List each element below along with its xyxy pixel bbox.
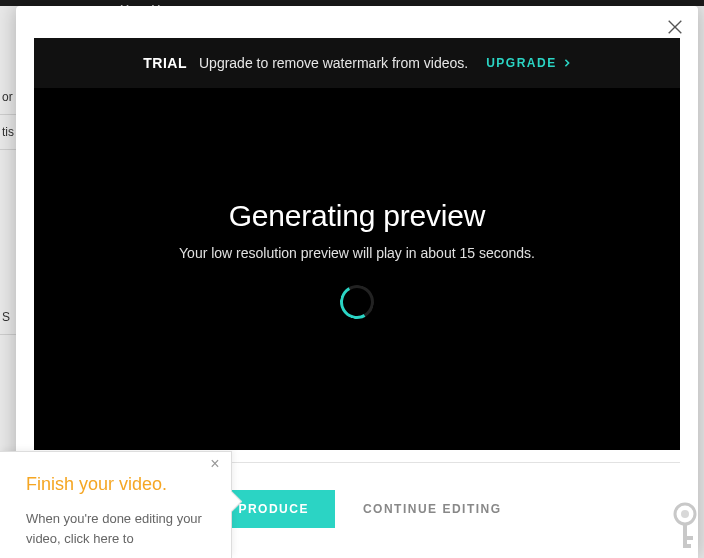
trial-label: TRIAL (143, 55, 187, 71)
close-modal-button[interactable] (664, 16, 686, 38)
upgrade-link-label: UPGRADE (486, 56, 557, 70)
close-icon (666, 18, 684, 36)
svg-rect-6 (683, 544, 691, 548)
finish-video-tooltip: × Finish your video. When you're done ed… (0, 451, 232, 558)
generating-subtitle: Your low resolution preview will play in… (179, 245, 535, 261)
continue-editing-button[interactable]: CONTINUE EDITING (363, 502, 502, 516)
svg-point-3 (681, 510, 689, 518)
close-icon: × (210, 456, 219, 472)
trial-banner: TRIAL Upgrade to remove watermark from v… (34, 38, 680, 88)
trial-message: Upgrade to remove watermark from videos. (199, 55, 468, 71)
tooltip-close-button[interactable]: × (207, 456, 223, 472)
loading-spinner-icon (336, 281, 378, 323)
tooltip-title: Finish your video. (26, 474, 205, 495)
preview-status: Generating preview Your low resolution p… (34, 88, 680, 450)
tooltip-body: When you're done editing your video, cli… (26, 509, 205, 548)
chevron-right-icon (563, 59, 571, 67)
key-badge-icon (670, 502, 700, 552)
upgrade-link[interactable]: UPGRADE (486, 56, 571, 70)
svg-rect-5 (683, 536, 693, 540)
video-preview-area: TRIAL Upgrade to remove watermark from v… (34, 38, 680, 450)
generating-title: Generating preview (229, 199, 486, 233)
